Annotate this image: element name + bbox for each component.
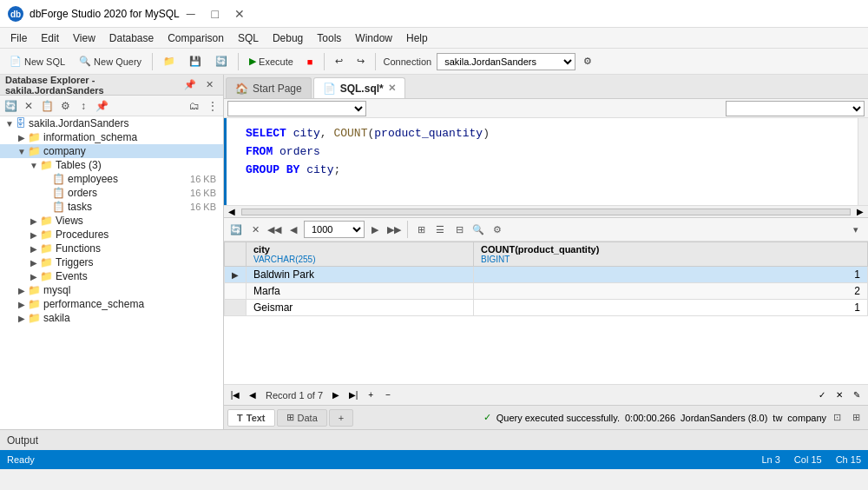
exp-refresh-button[interactable]: 🔄 (2, 97, 19, 115)
tree-item-tables[interactable]: ▼ 📁 Tables (3) (0, 158, 223, 172)
tree-item-views[interactable]: ▶ 📁 Views (0, 214, 223, 228)
cell-count-2[interactable]: 2 (474, 283, 868, 300)
cell-count-3[interactable]: 1 (474, 300, 868, 316)
exp-delete-button[interactable]: ✕ (20, 97, 37, 115)
toggle-events[interactable]: ▶ (28, 270, 40, 282)
toggle-sakila[interactable]: ▶ (16, 312, 28, 324)
col-header-count[interactable]: COUNT(product_quantity) BIGINT (474, 242, 868, 267)
result-maximize-btn[interactable]: ⊡ (828, 409, 845, 427)
toggle-views[interactable]: ▶ (28, 215, 40, 227)
tree-item-mysql[interactable]: ▶ 📁 mysql (0, 283, 223, 297)
tree-item-employees[interactable]: 📋 employees 16 KB (0, 172, 223, 186)
refresh-button[interactable]: 🔄 (209, 51, 233, 72)
toggle-sakila-js[interactable]: ▼ (3, 117, 16, 129)
redo-button[interactable]: ↪ (351, 51, 371, 72)
tab-add[interactable]: + (329, 409, 353, 427)
execute-button[interactable]: ▶ Execute (243, 51, 299, 72)
new-sql-button[interactable]: 📄 New SQL (3, 51, 71, 72)
col-header-city[interactable]: city VARCHAR(255) (247, 242, 474, 267)
exp-schema-button[interactable]: 🗂 (186, 97, 203, 115)
tab-text[interactable]: T Text (227, 409, 275, 427)
tree-item-functions[interactable]: ▶ 📁 Functions (0, 242, 223, 255)
nav-cancel-btn[interactable]: ✕ (832, 387, 847, 403)
menu-window[interactable]: Window (348, 30, 399, 46)
menu-view[interactable]: View (66, 30, 102, 46)
results-back-btn[interactable]: ◀ (285, 221, 302, 238)
undo-button[interactable]: ↩ (329, 51, 349, 72)
limit-select[interactable]: 1000 500 100 (304, 221, 365, 238)
results-last-btn[interactable]: ▶▶ (385, 221, 403, 238)
save-button[interactable]: 💾 (183, 51, 207, 72)
db-explorer-pin-button[interactable]: 📌 (181, 76, 199, 94)
results-grid-btn[interactable]: ⊞ (412, 221, 430, 238)
tree-item-procedures[interactable]: ▶ 📁 Procedures (0, 228, 223, 242)
toggle-functions[interactable]: ▶ (28, 242, 40, 255)
tree-item-perf-schema[interactable]: ▶ 📁 performance_schema (0, 297, 223, 311)
menu-edit[interactable]: Edit (34, 30, 66, 46)
exp-copy-button[interactable]: 📋 (38, 97, 56, 115)
tree-item-triggers[interactable]: ▶ 📁 Triggers (0, 255, 223, 269)
menu-debug[interactable]: Debug (266, 30, 310, 46)
results-options-btn[interactable]: ▾ (847, 221, 865, 238)
nav-first-btn[interactable]: |◀ (227, 387, 243, 403)
exp-sort-button[interactable]: ↕ (75, 97, 92, 115)
toggle-mysql[interactable]: ▶ (16, 284, 28, 296)
minimize-button[interactable]: ─ (180, 5, 202, 23)
exp-more-button[interactable]: ⋮ (204, 97, 221, 115)
results-cancel-btn[interactable]: ✕ (247, 221, 264, 238)
toggle-triggers[interactable]: ▶ (28, 256, 40, 268)
results-table-area[interactable]: city VARCHAR(255) COUNT(product_quantity… (224, 242, 868, 384)
db-explorer-close-button[interactable]: ✕ (201, 76, 218, 94)
maximize-button[interactable]: □ (204, 5, 227, 23)
tab-sql[interactable]: 📄 SQL.sql* ✕ (313, 77, 405, 98)
toggle-company[interactable]: ▼ (16, 145, 28, 157)
close-sql-tab[interactable]: ✕ (388, 83, 396, 94)
nav-last-btn[interactable]: ▶| (345, 387, 361, 403)
cell-city-1[interactable]: Baldwin Park (247, 267, 474, 283)
tree-item-orders[interactable]: 📋 orders 16 KB (0, 186, 223, 200)
tree-item-tasks[interactable]: 📋 tasks 16 KB (0, 200, 223, 214)
new-query-button[interactable]: 🔍 New Query (73, 51, 148, 72)
open-button[interactable]: 📁 (157, 51, 181, 72)
cell-city-3[interactable]: Geismar (247, 300, 474, 316)
nav-prev-btn[interactable]: ◀ (245, 387, 260, 403)
exp-pin-button[interactable]: 📌 (93, 97, 110, 115)
results-table-btn[interactable]: ⊟ (450, 221, 468, 238)
nav-check-btn[interactable]: ✓ (814, 387, 830, 403)
nav-next-btn[interactable]: ▶ (328, 387, 344, 403)
results-refresh-btn[interactable]: 🔄 (227, 221, 245, 238)
tab-data[interactable]: ⊞ Data (277, 409, 327, 427)
exp-filter-button[interactable]: ⚙ (56, 97, 74, 115)
results-export-btn[interactable]: ⚙ (489, 221, 506, 238)
menu-file[interactable]: File (3, 30, 34, 46)
tab-start-page[interactable]: 🏠 Start Page (226, 77, 312, 98)
cell-count-1[interactable]: 1 (474, 267, 868, 283)
menu-sql[interactable]: SQL (231, 30, 266, 46)
menu-tools[interactable]: Tools (310, 30, 348, 46)
query-selector[interactable] (227, 101, 366, 116)
tree-item-sakila-js[interactable]: ▼ 🗄 sakila.JordanSanders (0, 116, 223, 130)
stop-button[interactable]: ■ (301, 51, 319, 72)
schema-selector[interactable] (726, 101, 865, 116)
toggle-tables[interactable]: ▼ (28, 159, 40, 171)
table-row[interactable]: Marfa 2 (225, 283, 868, 300)
toggle-perf-schema[interactable]: ▶ (16, 298, 28, 310)
tree-item-sakila[interactable]: ▶ 📁 sakila (0, 311, 223, 325)
results-search-btn[interactable]: 🔍 (470, 221, 487, 238)
nav-edit-btn[interactable]: ✎ (849, 387, 865, 403)
conn-settings-button[interactable]: ⚙ (577, 51, 598, 72)
nav-add-btn[interactable]: + (363, 387, 378, 403)
result-expand-btn[interactable]: ⊞ (847, 409, 865, 427)
editor-vscroll[interactable] (858, 118, 868, 205)
tree-item-info-schema[interactable]: ▶ 📁 information_schema (0, 130, 223, 144)
results-next-btn[interactable]: ▶ (366, 221, 384, 238)
hscroll-thumb[interactable] (241, 209, 851, 215)
toggle-procedures[interactable]: ▶ (28, 228, 40, 241)
tree-item-company[interactable]: ▼ 📁 company (0, 144, 223, 158)
menu-comparison[interactable]: Comparison (161, 30, 231, 46)
table-row[interactable]: Geismar 1 (225, 300, 868, 316)
editor-area[interactable]: SELECT city, COUNT(product_quantity) FRO… (224, 118, 868, 205)
cell-city-2[interactable]: Marfa (247, 283, 474, 300)
editor-hscroll[interactable]: ◀ ▶ (224, 205, 868, 217)
menu-database[interactable]: Database (102, 30, 161, 46)
